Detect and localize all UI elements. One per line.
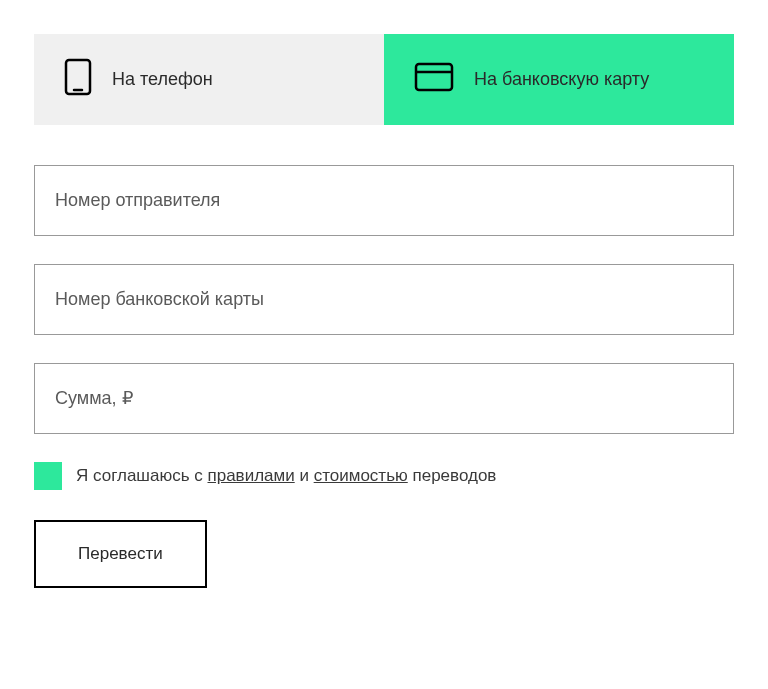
rules-link[interactable]: правилами (208, 466, 295, 485)
amount-field-wrapper (34, 363, 734, 434)
card-number-input[interactable] (35, 265, 733, 334)
transfer-type-tabs: На телефон На банковскую карту (34, 34, 734, 125)
tab-to-card[interactable]: На банковскую карту (384, 34, 734, 125)
card-field-wrapper (34, 264, 734, 335)
consent-checkbox[interactable] (34, 462, 62, 490)
consent-prefix: Я соглашаюсь с (76, 466, 208, 485)
phone-icon (64, 58, 92, 101)
transfer-button[interactable]: Перевести (34, 520, 207, 588)
card-icon (414, 62, 454, 97)
sender-number-input[interactable] (35, 166, 733, 235)
svg-rect-2 (416, 64, 452, 90)
cost-link[interactable]: стоимостью (314, 466, 408, 485)
tab-card-label: На банковскую карту (474, 68, 649, 91)
consent-row: Я соглашаюсь с правилами и стоимостью пе… (34, 462, 734, 490)
consent-middle: и (295, 466, 314, 485)
consent-suffix: переводов (408, 466, 497, 485)
tab-phone-label: На телефон (112, 68, 213, 91)
sender-field-wrapper (34, 165, 734, 236)
consent-text: Я соглашаюсь с правилами и стоимостью пе… (76, 466, 496, 486)
tab-to-phone[interactable]: На телефон (34, 34, 384, 125)
amount-input[interactable] (35, 364, 733, 433)
